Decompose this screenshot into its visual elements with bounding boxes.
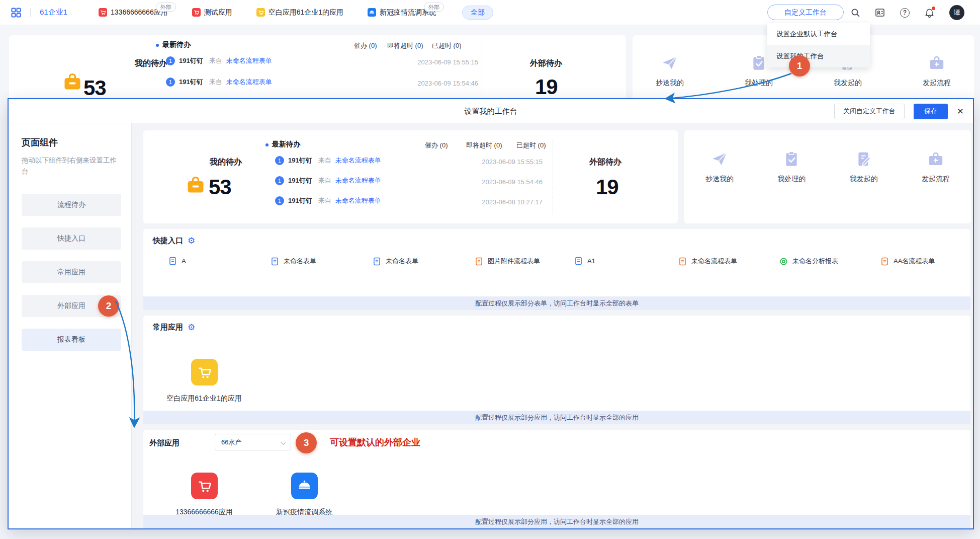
cart-app-icon xyxy=(256,8,265,17)
todo-time: 2023-06-08 10:27:17 xyxy=(482,198,543,206)
component-report-board[interactable]: 报表看板 xyxy=(22,329,121,351)
todo-row[interactable]: 1 191钉钉 来自 未命名流程表单 xyxy=(275,156,381,165)
notification-bell-icon[interactable] xyxy=(925,8,934,18)
quick-entry-item[interactable]: 未命名分析报表 xyxy=(779,257,838,266)
search-icon[interactable] xyxy=(851,8,860,17)
quick-entry-label: 未命名表单 xyxy=(386,257,418,266)
briefcase-plus-icon xyxy=(927,150,944,168)
quick-entry-label: AA名流程表单 xyxy=(894,257,935,266)
stat-overdue[interactable]: 已超时 (0) xyxy=(516,141,546,150)
todo-number-badge: 1 xyxy=(275,156,284,165)
app-tile-label: 空白应用61企业1的应用 xyxy=(166,394,241,403)
todo-row[interactable]: 1 191钉钉 来自 未命名流程表单 xyxy=(275,196,381,205)
todo-title: 191钉钉 xyxy=(288,176,312,185)
external-todo-label: 外部待办 xyxy=(589,157,621,168)
todo-row[interactable]: 1 191钉钉 来自 未命名流程表单 xyxy=(275,176,381,185)
quick-entry-item[interactable]: 未命名表单 xyxy=(373,257,418,266)
quick-entry-item[interactable]: 图片附件流程表单 xyxy=(475,257,540,266)
customize-workbench-button[interactable]: 自定义工作台 xyxy=(767,5,844,20)
stat-overdue[interactable]: 已超时 (0) xyxy=(432,41,462,50)
quick-entry-label: 未命名流程表单 xyxy=(691,257,737,266)
stat-soon-overdue[interactable]: 即将超时 (0) xyxy=(387,41,423,50)
quick-entry-item[interactable]: 未命名表单 xyxy=(271,257,316,266)
component-quick-entry[interactable]: 快捷入口 xyxy=(22,227,121,250)
todo-form-link[interactable]: 未命名流程表单 xyxy=(335,176,381,185)
cart-app-icon xyxy=(192,8,201,17)
help-icon[interactable]: ? xyxy=(900,8,910,18)
stat-soon-overdue[interactable]: 即将超时 (0) xyxy=(466,141,502,150)
quick-entry-item[interactable]: AA名流程表单 xyxy=(880,257,935,266)
org-tab[interactable]: 61企业1 xyxy=(40,8,67,17)
action-label: 抄送我的 xyxy=(656,79,684,88)
external-org-select[interactable]: 66水产 xyxy=(215,434,291,450)
save-button[interactable]: 保存 xyxy=(914,104,948,119)
todo-form-link[interactable]: 未命名流程表单 xyxy=(335,156,381,165)
gear-icon[interactable]: ⚙ xyxy=(188,237,195,245)
action-cc-to-me[interactable]: 抄送我的 xyxy=(705,150,734,184)
action-started-by-me[interactable]: 我发起的 xyxy=(850,150,878,184)
gear-icon[interactable]: ⚙ xyxy=(188,323,195,332)
action-label: 我发起的 xyxy=(850,175,878,184)
clipboard-check-icon xyxy=(783,150,800,168)
component-external-apps[interactable]: 外部应用 2 xyxy=(22,295,121,317)
topbar-app-test[interactable]: 测试应用 xyxy=(192,8,232,17)
stat-urge[interactable]: 催办 (0) xyxy=(425,141,448,150)
sidebar-title: 页面组件 xyxy=(22,136,118,148)
component-process-todo[interactable]: 流程待办 xyxy=(22,194,121,216)
topbar-app-blank[interactable]: 空白应用61企业1的应用 xyxy=(256,8,343,17)
common-apps-title: 常用应用 xyxy=(153,323,183,332)
todo-form-link[interactable]: 未命名流程表单 xyxy=(226,78,272,87)
cart-app-icon xyxy=(191,359,218,386)
component-common-apps[interactable]: 常用应用 xyxy=(22,261,121,283)
external-badge: 外部 xyxy=(424,3,444,12)
topbar-app-13366666666[interactable]: 13366666666应用 外部 xyxy=(99,8,168,17)
common-apps-section: 常用应用 ⚙ 空白应用61企业1的应用 配置过程仅展示部分应用，访问工作台时显示… xyxy=(143,316,970,424)
menu-item-set-company-default[interactable]: 设置企业默认工作台 xyxy=(767,23,870,45)
todo-title: 191钉钉 xyxy=(179,56,203,65)
todo-prefix: 来自 xyxy=(209,56,222,65)
app-tile-covid-system[interactable]: 新冠疫情流调系统 xyxy=(264,473,344,517)
action-start-process[interactable]: 发起流程 xyxy=(922,150,950,184)
quick-entry-item[interactable]: 未命名流程表单 xyxy=(678,257,737,266)
common-apps-footer-note: 配置过程仅展示部分应用，访问工作台时显示全部的应用 xyxy=(143,411,970,424)
component-label: 外部应用 xyxy=(57,301,85,311)
todo-row[interactable]: 1 191钉钉 来自 未命名流程表单 xyxy=(166,78,272,87)
action-cc-to-me[interactable]: 抄送我的 xyxy=(656,54,684,88)
contacts-icon[interactable] xyxy=(875,8,885,18)
app-tile-blank-app[interactable]: 空白应用61企业1的应用 xyxy=(164,359,244,403)
topbar-icons: ? 谭 xyxy=(851,0,964,25)
annotation-badge-2: 2 xyxy=(98,295,119,317)
workbench-grid-icon[interactable] xyxy=(11,8,21,18)
blue-dot xyxy=(156,44,159,47)
action-handled-by-me[interactable]: 我处理的 xyxy=(777,150,806,184)
quick-entry-item[interactable]: A xyxy=(168,257,186,265)
cloche-app-icon xyxy=(291,473,318,499)
menu-item-set-my-workbench[interactable]: 设置我的工作台 xyxy=(767,45,870,67)
stat-urge[interactable]: 催办 (0) xyxy=(354,41,377,50)
external-todo-label: 外部待办 xyxy=(530,58,562,69)
todo-bag-icon xyxy=(62,71,82,94)
external-apps-footer-note: 配置过程仅展示部分应用，访问工作台时显示全部的应用 xyxy=(143,515,970,528)
app-tile-13366666666[interactable]: 13366666666应用 xyxy=(164,473,244,517)
cart-app-icon xyxy=(191,473,218,499)
close-customize-button[interactable]: 关闭自定义工作台 xyxy=(834,104,905,119)
topbar-app-covid[interactable]: 新冠疫情流调系统 外部 xyxy=(368,8,436,17)
todo-title: 191钉钉 xyxy=(179,78,203,87)
todo-form-link[interactable]: 未命名流程表单 xyxy=(335,196,381,205)
my-todo-count: 53 xyxy=(209,177,231,198)
notification-dot xyxy=(932,7,935,10)
form-icon xyxy=(574,257,583,265)
all-apps-pill[interactable]: 全部 xyxy=(462,6,493,20)
quick-entry-label: A xyxy=(182,257,186,265)
todo-title: 191钉钉 xyxy=(288,156,312,165)
action-label: 我处理的 xyxy=(745,79,773,88)
cart-app-icon xyxy=(99,8,107,17)
my-todo-label: 我的待办 xyxy=(210,157,242,168)
action-start-process[interactable]: 发起流程 xyxy=(923,54,951,88)
quick-entry-item[interactable]: A1 xyxy=(574,257,595,265)
todo-row[interactable]: 1 191钉钉 来自 未命名流程表单 xyxy=(166,56,272,65)
todo-form-link[interactable]: 未命名流程表单 xyxy=(226,56,272,65)
avatar[interactable]: 谭 xyxy=(949,5,964,20)
close-icon[interactable]: ✕ xyxy=(957,107,964,116)
set-my-workbench-modal: 设置我的工作台 关闭自定义工作台 保存 ✕ 页面组件 拖动以下组件到右侧来设置工… xyxy=(8,98,974,529)
